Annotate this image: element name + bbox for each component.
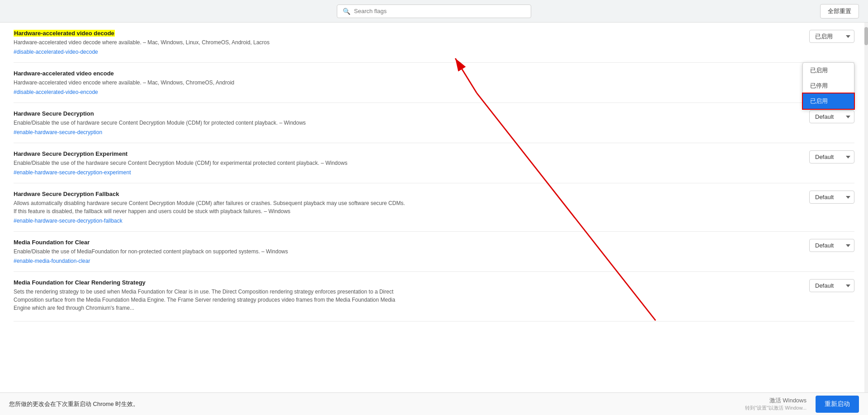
flag-select-secure-decryption-exp[interactable]: Default xyxy=(809,150,854,163)
bottom-bar: 您所做的更改会在下次重新启动 Chrome 时生效。 激活 Windows 转到… xyxy=(0,392,868,415)
flag-content: Media Foundation for Clear Rendering Str… xyxy=(14,279,407,314)
flag-content: Hardware Secure Decryption Enable/Disabl… xyxy=(14,110,407,135)
flag-link[interactable]: #enable-hardware-secure-decryption xyxy=(14,129,102,135)
flag-item-hardware-secure-decryption: Hardware Secure Decryption Enable/Disabl… xyxy=(14,103,854,143)
flag-control: 已启用 已启用 已停用 已启用 xyxy=(809,30,854,43)
flag-description: Enable/Disable the use of the hardware s… xyxy=(14,159,407,167)
dropdown-option-yitingyong[interactable]: 已停用 xyxy=(803,78,854,93)
search-input[interactable] xyxy=(354,8,525,14)
flag-item-hardware-video-decode: Hardware-accelerated video decode Hardwa… xyxy=(14,23,854,63)
flag-link[interactable]: #disable-accelerated-video-decode xyxy=(14,49,98,55)
flags-list: Hardware-accelerated video decode Hardwa… xyxy=(0,23,868,392)
dropdown-option-yiqiyong2[interactable]: 已启用 xyxy=(803,93,854,109)
flag-select-video-decode[interactable]: 已启用 xyxy=(809,30,854,43)
flag-title: Hardware Secure Decryption xyxy=(14,110,407,117)
flag-description: Enable/Disable the use of hardware secur… xyxy=(14,119,407,127)
search-container: 🔍 xyxy=(337,5,531,18)
flag-select-media-foundation[interactable]: Default xyxy=(809,239,854,252)
flag-link[interactable]: #enable-media-foundation-clear xyxy=(14,258,90,264)
flag-description: Hardware-accelerated video encode where … xyxy=(14,79,407,87)
bottom-right: 激活 Windows 转到"设置"以激活 Window... 重新启动 xyxy=(745,396,859,413)
top-bar: 🔍 全部重置 xyxy=(0,0,868,23)
dropdown-option-yiqiyong1[interactable]: 已启用 xyxy=(803,63,854,78)
flag-description: Sets the rendering strategy to be used w… xyxy=(14,288,407,312)
flag-title: Hardware Secure Decryption Fallback xyxy=(14,191,407,197)
flag-item-media-foundation-rendering: Media Foundation for Clear Rendering Str… xyxy=(14,272,854,322)
scrollbar-thumb xyxy=(864,27,868,45)
flag-title: Hardware-accelerated video encode xyxy=(14,70,407,77)
flag-item-media-foundation-clear: Media Foundation for Clear Enable/Disabl… xyxy=(14,232,854,272)
flag-item-hardware-secure-decryption-experiment: Hardware Secure Decryption Experiment En… xyxy=(14,143,854,183)
dropdown-overlay: 已启用 已停用 已启用 xyxy=(802,62,854,109)
flag-title: Hardware-accelerated video decode xyxy=(14,30,407,37)
activate-line1: 激活 Windows xyxy=(745,396,807,405)
flag-select-secure-decryption[interactable]: Default xyxy=(809,110,854,123)
flag-link[interactable]: #enable-hardware-secure-decryption-fallb… xyxy=(14,218,123,224)
relaunch-button[interactable]: 重新启动 xyxy=(816,396,859,413)
flag-content: Hardware Secure Decryption Experiment En… xyxy=(14,150,407,176)
flag-link[interactable]: #disable-accelerated-video-encode xyxy=(14,89,98,95)
flag-description: Enable/Disable the use of MediaFoundatio… xyxy=(14,247,407,256)
activate-line2: 转到"设置"以激活 Window... xyxy=(745,405,807,411)
flag-control: Default xyxy=(809,191,854,204)
flag-description: Hardware-accelerated video decode where … xyxy=(14,38,407,47)
flag-content: Media Foundation for Clear Enable/Disabl… xyxy=(14,239,407,264)
flag-title: Hardware Secure Decryption Experiment xyxy=(14,150,407,157)
flag-content: Hardware-accelerated video encode Hardwa… xyxy=(14,70,407,95)
flag-title: Media Foundation for Clear Rendering Str… xyxy=(14,279,407,286)
flag-title: Media Foundation for Clear xyxy=(14,239,407,246)
activate-windows-text: 激活 Windows 转到"设置"以激活 Window... xyxy=(745,396,807,411)
flag-content: Hardware Secure Decryption Fallback Allo… xyxy=(14,191,407,224)
bottom-message: 您所做的更改会在下次重新启动 Chrome 时生效。 xyxy=(9,400,139,408)
search-icon: 🔍 xyxy=(343,8,350,15)
flag-control: Default xyxy=(809,110,854,123)
page-scrollbar[interactable] xyxy=(864,23,868,392)
flag-item-hardware-video-encode: Hardware-accelerated video encode Hardwa… xyxy=(14,63,854,103)
flag-item-hardware-secure-decryption-fallback: Hardware Secure Decryption Fallback Allo… xyxy=(14,183,854,232)
flag-content: Hardware-accelerated video decode Hardwa… xyxy=(14,30,407,55)
flag-link[interactable]: #enable-hardware-secure-decryption-exper… xyxy=(14,169,131,176)
reset-all-button[interactable]: 全部重置 xyxy=(820,4,859,19)
flag-select-media-foundation-rendering[interactable]: Default xyxy=(809,279,854,292)
flag-description: Allows automatically disabling hardware … xyxy=(14,199,407,215)
flag-control: Default xyxy=(809,150,854,163)
flag-control: Default xyxy=(809,239,854,252)
flag-select-secure-decryption-fallback[interactable]: Default xyxy=(809,191,854,204)
flag-control: Default xyxy=(809,279,854,292)
